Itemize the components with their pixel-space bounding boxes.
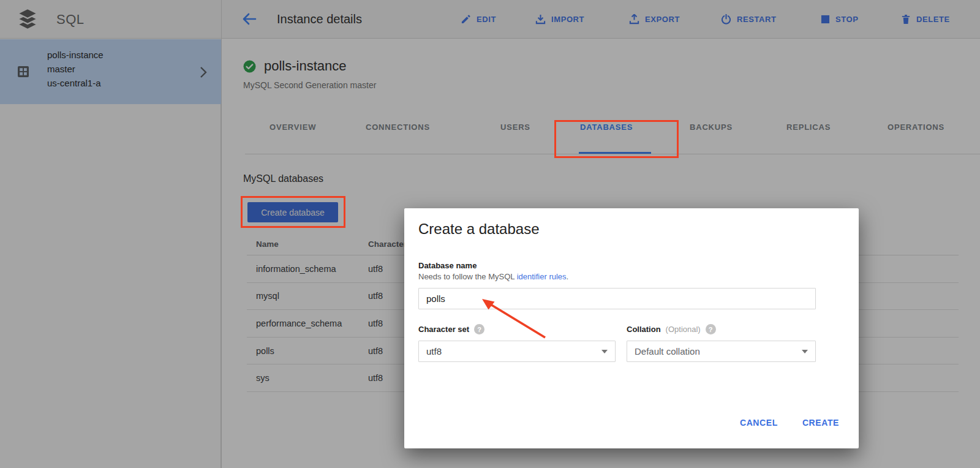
collation-select[interactable]: Default collation <box>627 341 816 362</box>
helper-period: . <box>567 272 569 281</box>
charset-label: Character set <box>418 325 469 334</box>
database-name-input[interactable] <box>418 288 816 309</box>
chevron-down-icon <box>802 350 808 353</box>
collation-help-icon[interactable]: ? <box>706 324 716 334</box>
collation-label-row: Collation (Optional) ? <box>627 324 716 334</box>
charset-help-icon[interactable]: ? <box>474 324 484 334</box>
charset-label-row: Character set ? <box>418 324 484 334</box>
database-name-label: Database name <box>418 261 477 270</box>
dialog-create-button[interactable]: CREATE <box>802 418 839 428</box>
create-database-dialog: Create a database Database name Needs to… <box>404 208 859 448</box>
dialog-title: Create a database <box>418 221 539 238</box>
cancel-button[interactable]: CANCEL <box>740 418 778 428</box>
database-name-helper: Needs to follow the MySQL identifier rul… <box>418 272 568 281</box>
charset-value: utf8 <box>426 346 601 357</box>
charset-select[interactable]: utf8 <box>418 341 616 362</box>
collation-label: Collation <box>627 325 661 334</box>
dialog-actions: CANCEL CREATE <box>740 418 839 428</box>
collation-optional-label: (Optional) <box>666 325 701 334</box>
page: SQL Instance details EDIT IMPORT <box>0 0 980 468</box>
identifier-rules-link[interactable]: identifier rules <box>517 272 567 281</box>
helper-text: Needs to follow the MySQL <box>418 272 517 281</box>
chevron-down-icon <box>601 350 608 353</box>
collation-value: Default collation <box>635 346 802 357</box>
